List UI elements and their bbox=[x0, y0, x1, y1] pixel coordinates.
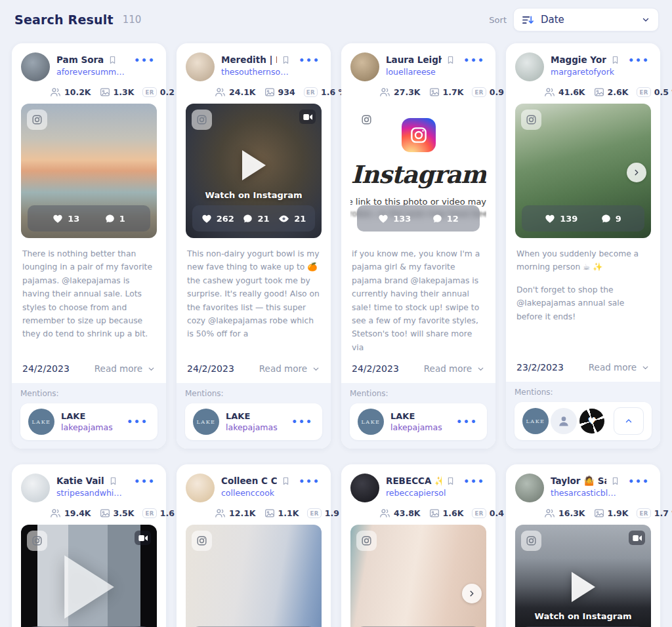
influencer-handle[interactable]: thesouthernsource bbox=[221, 67, 291, 77]
influencer-name[interactable]: Pam Sora bbox=[56, 54, 104, 65]
read-more-button[interactable]: Read more bbox=[259, 363, 320, 374]
heart-logo-avatar[interactable]: ♥ bbox=[579, 408, 605, 434]
read-more-button[interactable]: Read more bbox=[94, 363, 156, 374]
bookmark-icon[interactable] bbox=[108, 476, 118, 486]
read-more-button[interactable]: Read more bbox=[424, 363, 485, 374]
influencer-handle[interactable]: thesarcasticblonde bbox=[551, 488, 620, 498]
media-stat: 1.9K bbox=[594, 508, 629, 518]
influencer-handle[interactable]: stripesandwhimsy bbox=[56, 488, 126, 498]
influencer-handle[interactable]: colleenccook bbox=[221, 488, 291, 498]
media-count-icon bbox=[100, 87, 110, 97]
influencer-name[interactable]: Laura Leigh | Loue… bbox=[386, 54, 442, 65]
brand-handle[interactable]: lakepajamas bbox=[390, 422, 448, 432]
avatar[interactable] bbox=[186, 52, 215, 81]
comment-icon bbox=[601, 214, 611, 224]
eye-icon bbox=[278, 214, 289, 223]
avatar[interactable] bbox=[515, 474, 544, 502]
sort-icon bbox=[522, 14, 534, 26]
influencer-name[interactable]: Maggie York bbox=[551, 54, 606, 65]
influencer-handle[interactable]: rebeccapiersol bbox=[386, 488, 455, 498]
card-menu-button[interactable]: ••• bbox=[133, 52, 157, 66]
influencer-handle[interactable]: louellareese bbox=[386, 67, 455, 77]
carousel-next-button[interactable] bbox=[462, 584, 482, 603]
card-menu-button[interactable]: ••• bbox=[133, 474, 157, 487]
comments-count: 21 bbox=[257, 214, 269, 224]
followers-stat: 10.2K bbox=[50, 87, 91, 97]
brand-handle[interactable]: lakepajamas bbox=[61, 422, 119, 432]
card-header: Taylor 🤷 Sarcasti… thesarcasticblonde ••… bbox=[506, 464, 660, 523]
mentions-label: Mentions: bbox=[185, 389, 322, 398]
brand-name[interactable]: LAKE bbox=[61, 411, 119, 421]
card-header: Colleen C Cook | … colleenccook ••• bbox=[177, 464, 331, 523]
play-button[interactable] bbox=[572, 572, 595, 602]
influencer-name[interactable]: REBECCA ✨ NEW… bbox=[386, 475, 442, 486]
media[interactable]: Watch on Instagram 262 21 bbox=[186, 104, 322, 238]
media-statbar: 262 21 21 bbox=[192, 205, 315, 232]
result-count: 110 bbox=[123, 14, 142, 26]
media[interactable]: View more on Instagram 87 22 bbox=[350, 525, 486, 627]
bookmark-icon[interactable] bbox=[281, 55, 291, 65]
card-menu-button[interactable]: ••• bbox=[297, 52, 322, 66]
carousel-next-button[interactable] bbox=[627, 163, 646, 182]
media[interactable]: 66 12 bbox=[186, 525, 322, 627]
brand-name[interactable]: LAKE bbox=[226, 411, 284, 421]
caption: There is nothing better than lounging in… bbox=[12, 238, 166, 341]
bookmark-icon[interactable] bbox=[610, 476, 620, 486]
followers-count: 12.1K bbox=[229, 508, 256, 518]
er-badge-icon: ER bbox=[472, 87, 486, 97]
brand-avatar[interactable]: LAKE bbox=[193, 409, 219, 435]
influencer-name[interactable]: Meredith | Home +… bbox=[221, 54, 277, 65]
media[interactable]: 247 35 35 bbox=[21, 525, 157, 627]
sort-dropdown[interactable]: Date bbox=[513, 8, 659, 31]
avatar[interactable] bbox=[515, 52, 544, 81]
caption-paragraph: There is nothing better than lounging in… bbox=[22, 247, 156, 341]
brand-handle[interactable]: lakepajamas bbox=[226, 422, 284, 432]
brand-avatar[interactable]: LAKE bbox=[358, 409, 384, 435]
avatar[interactable] bbox=[186, 474, 215, 502]
person-avatar[interactable] bbox=[551, 408, 577, 434]
avatar[interactable] bbox=[350, 52, 379, 81]
bookmark-icon[interactable] bbox=[446, 55, 455, 65]
mention-menu-button[interactable]: ••• bbox=[125, 416, 150, 427]
media[interactable]: 13 1 bbox=[21, 104, 157, 238]
chevron-down-icon bbox=[641, 15, 650, 24]
collapse-mentions-button[interactable] bbox=[614, 407, 644, 435]
influencer-handle[interactable]: aforeversummergirl bbox=[56, 67, 126, 77]
comments-stat: 1 bbox=[105, 214, 125, 224]
watch-on-instagram-label[interactable]: Watch on Instagram bbox=[186, 190, 322, 200]
avatar[interactable] bbox=[21, 474, 50, 502]
avatar[interactable] bbox=[350, 474, 379, 502]
card-menu-button[interactable]: ••• bbox=[627, 474, 651, 487]
brand-avatar[interactable]: LAKE bbox=[28, 409, 54, 435]
bookmark-icon[interactable] bbox=[108, 55, 117, 65]
influencer-name[interactable]: Colleen C Cook | … bbox=[221, 475, 277, 486]
bookmark-icon[interactable] bbox=[281, 476, 291, 486]
media[interactable]: Watch on Instagram 566 21 bbox=[515, 525, 651, 627]
watch-on-instagram-label[interactable]: Watch on Instagram bbox=[515, 611, 651, 621]
card-menu-button[interactable]: ••• bbox=[462, 52, 486, 66]
bookmark-icon[interactable] bbox=[610, 55, 620, 65]
card-menu-button[interactable]: ••• bbox=[627, 52, 651, 66]
avatar[interactable] bbox=[21, 52, 50, 81]
influencer-handle[interactable]: margaretofyork bbox=[551, 67, 620, 77]
brand-name[interactable]: LAKE bbox=[390, 411, 448, 421]
instagram-icon bbox=[192, 531, 212, 551]
heart-icon: ♥ bbox=[579, 409, 604, 434]
card-menu-button[interactable]: ••• bbox=[297, 474, 322, 487]
followers-count: 43.8K bbox=[394, 508, 421, 518]
card-menu-button[interactable]: ••• bbox=[462, 474, 486, 487]
brand-avatar[interactable]: LAKE bbox=[522, 408, 549, 434]
media[interactable]: Instagram The link to this photo or vide… bbox=[350, 104, 486, 238]
play-button[interactable] bbox=[64, 555, 114, 618]
play-button[interactable] bbox=[242, 150, 266, 180]
bookmark-icon[interactable] bbox=[446, 476, 455, 486]
influencer-name[interactable]: Katie Vail bbox=[56, 475, 104, 486]
mention-menu-button[interactable]: ••• bbox=[290, 416, 314, 427]
media-count: 934 bbox=[278, 87, 295, 97]
likes-stat: 139 bbox=[545, 214, 578, 224]
media[interactable]: 139 9 bbox=[515, 104, 651, 238]
read-more-button[interactable]: Read more bbox=[589, 362, 650, 373]
result-card: Pam Sora aforeversummergirl ••• bbox=[12, 43, 166, 449]
influencer-name[interactable]: Taylor 🤷 Sarcasti… bbox=[551, 475, 606, 486]
mention-menu-button[interactable]: ••• bbox=[455, 416, 479, 427]
